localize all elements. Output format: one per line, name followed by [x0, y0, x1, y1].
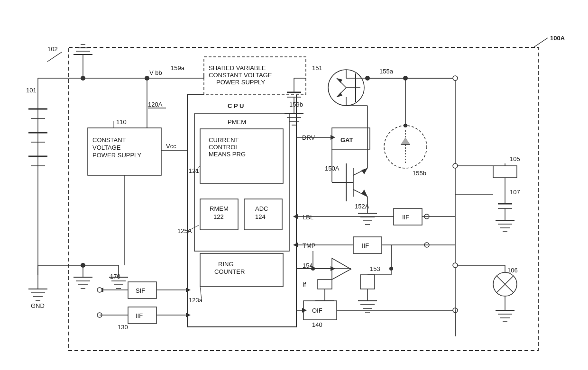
- label-153: 153: [370, 265, 380, 272]
- label-102: 102: [47, 45, 58, 53]
- label-cvps-3: POWER SUPPLY: [92, 152, 141, 159]
- label-svcvps-1: SHARED VARIABLE: [209, 64, 266, 72]
- label-rmem-2: 122: [213, 213, 224, 220]
- label-vcc: Vcc: [166, 143, 176, 150]
- label-iif2: IIF: [362, 242, 369, 249]
- label-ccm-3: MEANS PRG: [209, 151, 246, 158]
- label-cpu: C P U: [228, 102, 244, 109]
- label-svcvps-2: CONSTANT VOLTAGE: [209, 72, 272, 79]
- circuit-diagram: 100A 101 V bb 102 GND: [0, 0, 588, 370]
- label-ccm-2: CONTROL: [209, 144, 239, 151]
- label-152A: 152A: [355, 203, 369, 210]
- svg-point-178: [453, 76, 458, 81]
- label-159a: 159a: [171, 64, 185, 72]
- label-ccm-1: CURRENT: [209, 136, 239, 144]
- label-159b: 159b: [289, 101, 303, 108]
- label-ring-2: COUNTER: [214, 268, 245, 275]
- svg-rect-116: [318, 280, 332, 289]
- label-iif1: IIF: [402, 214, 409, 221]
- label-130: 130: [118, 324, 128, 331]
- label-107: 107: [510, 189, 520, 196]
- label-101: 101: [26, 87, 37, 94]
- svg-point-138: [97, 288, 102, 292]
- label-oif: OIF: [312, 307, 322, 314]
- svg-rect-117: [360, 275, 375, 289]
- svg-point-185: [404, 124, 407, 127]
- label-adc-2: 124: [255, 213, 266, 220]
- svg-point-174: [453, 263, 458, 268]
- label-105: 105: [510, 155, 520, 162]
- label-tmp: TMP: [303, 242, 315, 249]
- label-125A: 125A: [177, 227, 192, 235]
- label-120A: 120A: [148, 101, 163, 108]
- label-rmem-1: RMEM: [210, 205, 229, 212]
- label-if: If: [303, 281, 306, 288]
- label-cvps-2: VOLTAGE: [92, 144, 121, 151]
- label-adc-1: ADC: [255, 205, 268, 212]
- label-151: 151: [312, 64, 322, 72]
- label-pmem: PMEM: [228, 118, 246, 126]
- label-140: 140: [312, 321, 322, 328]
- label-100A: 100A: [550, 35, 565, 42]
- label-155a: 155a: [379, 68, 394, 75]
- label-gnd: GND: [31, 302, 45, 309]
- label-121: 121: [189, 167, 199, 174]
- label-110: 110: [116, 118, 127, 126]
- label-svcvps-3: POWER SUPPLY: [216, 79, 265, 86]
- label-123a: 123a: [189, 297, 203, 304]
- label-lbl: LBL: [303, 214, 313, 221]
- svg-rect-150: [493, 166, 517, 178]
- label-170: 170: [110, 273, 120, 280]
- label-ring-1: RING: [218, 261, 234, 268]
- svg-point-162: [453, 163, 458, 168]
- label-155b: 155b: [413, 170, 426, 177]
- label-iif3: IIF: [136, 312, 143, 319]
- label-gat: GAT: [340, 136, 353, 144]
- label-cvps-1: CONSTANT: [92, 136, 126, 144]
- label-vbb: V bb: [149, 69, 162, 76]
- label-sif: SIF: [136, 287, 145, 294]
